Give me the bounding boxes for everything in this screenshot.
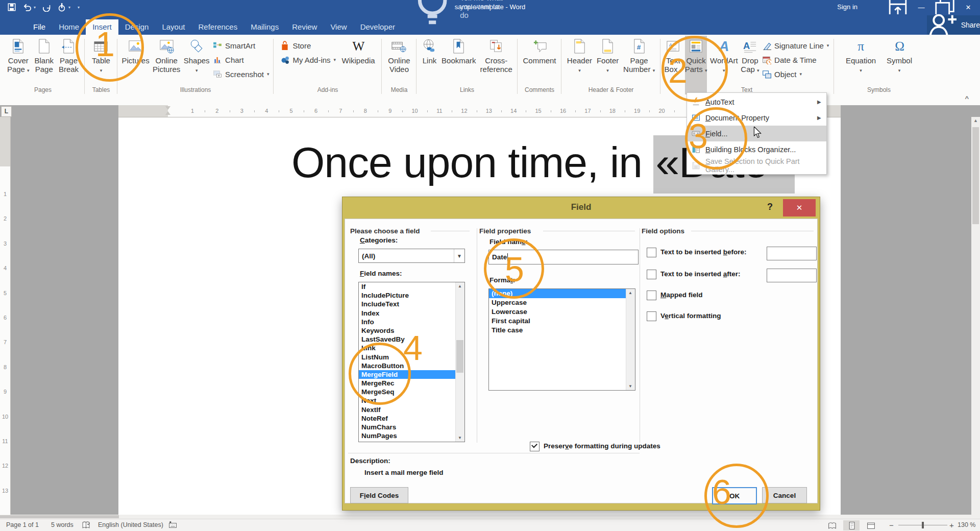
field-name-option-includepicture[interactable]: IncludePicture — [359, 291, 464, 300]
preserve-formatting-checkbox-row[interactable]: Preserve formatting during updates — [530, 442, 660, 451]
checkbox-icon[interactable] — [647, 270, 656, 279]
field-name-option-mergerec[interactable]: MergeRec — [359, 379, 464, 388]
scrollbar-thumb[interactable] — [456, 340, 463, 373]
ribbon-button-cover-page[interactable]: CoverPage ▾ — [7, 36, 30, 94]
ribbon-button-smartart[interactable]: SmartArt — [213, 40, 269, 51]
option-checkbox-row-mapped-field[interactable]: Mapped field — [647, 291, 703, 300]
scroll-down-icon[interactable]: ▼ — [626, 384, 634, 389]
checkbox-checked-icon[interactable] — [530, 442, 540, 451]
cancel-button[interactable]: Cancel — [762, 487, 807, 503]
ribbon-button-page-break[interactable]: PageBreak — [59, 36, 79, 94]
field-name-option-noteref[interactable]: NoteRef — [359, 414, 464, 423]
field-name-option-lastsavedby[interactable]: LastSavedBy — [359, 335, 464, 344]
view-print-layout-button[interactable] — [843, 520, 860, 530]
field-name-option-index[interactable]: Index — [359, 309, 464, 318]
option-input[interactable] — [767, 269, 817, 282]
categories-dropdown[interactable]: (All) ▼ — [358, 249, 465, 263]
ribbon-button-wikipedia[interactable]: WWikipedia — [342, 36, 375, 94]
ribbon-button-signature-line[interactable]: Signature Line ▾ — [762, 40, 829, 51]
ribbon-button-online-video[interactable]: OnlineVideo — [388, 36, 410, 94]
field-name-option-info[interactable]: Info — [359, 318, 464, 326]
format-option-none[interactable]: (none) — [489, 289, 635, 298]
sign-in-link[interactable]: Sign in — [837, 3, 857, 11]
ribbon-button-store[interactable]: Store — [280, 40, 336, 51]
zoom-in-button[interactable]: + — [949, 521, 954, 529]
scroll-down-icon[interactable]: ▼ — [456, 436, 464, 440]
field-name-option-mergeseq[interactable]: MergeSeq — [359, 388, 464, 396]
scroll-up-icon[interactable]: ▲ — [456, 284, 464, 288]
field-name-input[interactable]: Date — [488, 250, 639, 264]
field-name-option-nextif[interactable]: NextIf — [359, 405, 464, 414]
tell-me-box[interactable]: Tell me what you want to do — [408, 0, 506, 31]
ribbon-button-object[interactable]: Object ▾ — [762, 68, 829, 80]
close-window-button[interactable]: ✕ — [957, 0, 980, 14]
chevron-down-icon[interactable]: ▼ — [454, 249, 464, 262]
field-name-option-if[interactable]: If — [359, 282, 464, 291]
field-codes-button[interactable]: Field Codes — [350, 487, 408, 503]
ribbon-button-shapes[interactable]: Shapes▾ — [184, 36, 210, 94]
format-option-first-capital[interactable]: First capital — [489, 317, 635, 326]
first-line-indent-marker[interactable] — [165, 106, 170, 110]
scroll-up-icon[interactable]: ▲ — [626, 291, 634, 295]
checkbox-icon[interactable] — [647, 248, 656, 257]
ribbon-button-screenshot[interactable]: Screenshot ▾ — [213, 68, 269, 80]
ribbon-button-symbol[interactable]: ΩSymbol▾ — [887, 36, 912, 94]
ribbon-button-footer[interactable]: Footer▾ — [597, 36, 619, 94]
tab-home[interactable]: Home — [52, 19, 86, 35]
tab-mailings[interactable]: Mailings — [244, 19, 285, 35]
view-web-layout-button[interactable] — [863, 520, 879, 530]
field-name-option-macrobutton[interactable]: MacroButton — [359, 361, 464, 370]
option-checkbox-row-text-to-be-inserted-before[interactable]: Text to be inserted before: — [647, 248, 747, 257]
field-name-option-mergefield[interactable]: MergeField — [359, 370, 464, 379]
listbox-scrollbar[interactable]: ▲ ▼ — [455, 282, 464, 442]
ribbon-button-header[interactable]: Header▾ — [567, 36, 592, 94]
ribbon-button-equation[interactable]: πEquation▾ — [846, 36, 876, 94]
field-name-option-includetext[interactable]: IncludeText — [359, 300, 464, 308]
ribbon-button-chart[interactable]: Chart — [213, 54, 269, 65]
field-name-option-numpages[interactable]: NumPages — [359, 431, 464, 440]
proofing-icon[interactable] — [82, 521, 90, 531]
field-names-listbox[interactable]: IfIncludePictureIncludeTextIndexInfoKeyw… — [358, 282, 465, 442]
listbox-scrollbar[interactable]: ▲ ▼ — [626, 289, 635, 390]
ribbon-button-my-add-ins[interactable]: My Add-ins ▾ — [280, 54, 336, 65]
horizontal-scrollbar[interactable] — [0, 515, 980, 519]
ribbon-button-bookmark[interactable]: Bookmark — [442, 36, 476, 94]
format-option-uppercase[interactable]: Uppercase — [489, 298, 635, 307]
ribbon-button-drop-cap[interactable]: ADropCap ▾ — [741, 36, 759, 94]
field-name-option-next[interactable]: Next — [359, 396, 464, 405]
dialog-title-bar[interactable]: Field ? ✕ — [342, 197, 820, 219]
field-name-option-keywords[interactable]: Keywords — [359, 326, 464, 335]
checkbox-icon[interactable] — [647, 291, 656, 300]
vertical-scrollbar[interactable]: ▲ — [971, 117, 980, 515]
field-name-option-link[interactable]: Link — [359, 344, 464, 352]
vertical-scrollbar-thumb[interactable] — [972, 127, 979, 224]
language-indicator[interactable]: English (United States) — [98, 521, 163, 528]
ribbon-button-date-time[interactable]: Date & Time — [762, 54, 829, 65]
ribbon-display-options-button[interactable] — [886, 0, 910, 14]
tab-insert[interactable]: Insert — [86, 19, 118, 35]
option-checkbox-row-vertical-formatting[interactable]: Vertical formatting — [647, 311, 721, 321]
tab-developer[interactable]: Developer — [354, 19, 402, 35]
ribbon-button-quick-parts[interactable]: QuickParts ▾ — [685, 36, 707, 94]
tab-review[interactable]: Review — [285, 19, 324, 35]
ribbon-button-wordart[interactable]: AWordArt▾ — [710, 36, 738, 94]
ok-button[interactable]: OK — [712, 487, 757, 504]
format-option-lowercase[interactable]: Lowercase — [489, 307, 635, 317]
option-checkbox-row-text-to-be-inserted-after[interactable]: Text to be inserted after: — [647, 270, 741, 279]
tab-view[interactable]: View — [324, 19, 353, 35]
tab-stop-selector[interactable]: L — [1, 106, 12, 117]
tab-layout[interactable]: Layout — [155, 19, 191, 35]
zoom-out-button[interactable]: − — [889, 521, 894, 529]
field-name-option-numchars[interactable]: NumChars — [359, 423, 464, 431]
ribbon-button-comment[interactable]: Comment — [523, 36, 556, 94]
option-input[interactable] — [767, 247, 817, 260]
word-count[interactable]: 5 words — [51, 521, 74, 528]
ribbon-button-online-pictures[interactable]: OnlinePictures — [153, 36, 180, 94]
zoom-level[interactable]: 130 % — [958, 521, 975, 528]
ribbon-button-link[interactable]: Link — [422, 36, 437, 94]
ribbon-button-blank-page[interactable]: BlankPage — [34, 36, 54, 94]
macro-recording-icon[interactable] — [168, 521, 177, 531]
ribbon-button-table[interactable]: Table▾ — [92, 36, 110, 94]
tab-references[interactable]: References — [191, 19, 244, 35]
collapse-ribbon-icon[interactable]: ^ — [965, 94, 969, 102]
